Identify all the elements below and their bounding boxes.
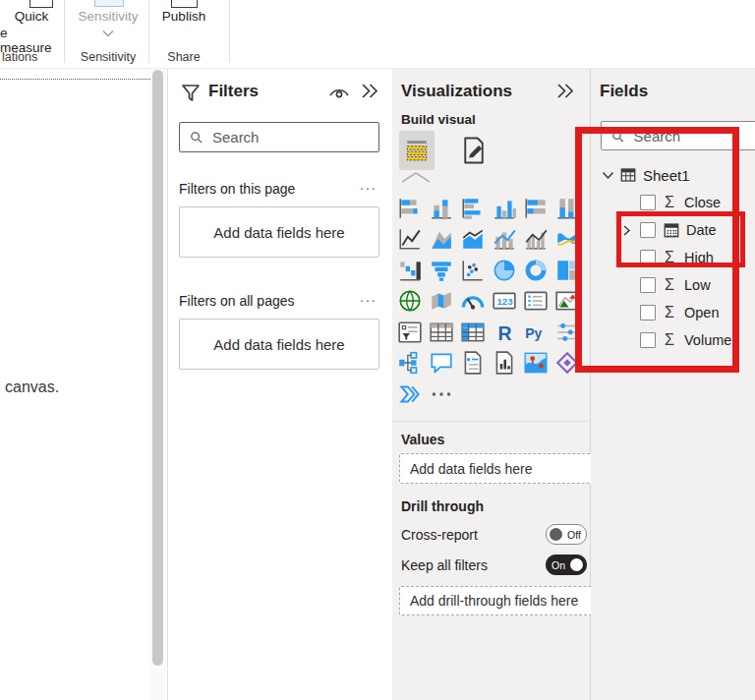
search-icon bbox=[190, 130, 203, 145]
report-canvas[interactable]: canvas. bbox=[0, 69, 150, 700]
toggle-state-label: Off bbox=[567, 529, 581, 541]
svg-text:Py: Py bbox=[525, 325, 542, 341]
publish-label: Publish bbox=[162, 9, 205, 24]
keep-all-filters-toggle[interactable]: On bbox=[546, 554, 587, 575]
ribbon-separator bbox=[64, 0, 65, 63]
filters-on-all-more-button[interactable]: ... bbox=[360, 289, 378, 305]
field-checkbox[interactable] bbox=[640, 305, 656, 321]
visual-filled-map-icon[interactable] bbox=[428, 288, 454, 315]
visual-qa-visual-icon[interactable] bbox=[428, 350, 454, 377]
fields-search-input[interactable] bbox=[632, 127, 755, 146]
table-row-sheet1[interactable]: Sheet1 bbox=[591, 161, 755, 189]
visual-line-clustered-column-chart-icon[interactable] bbox=[522, 226, 549, 253]
publish-icon bbox=[171, 0, 198, 8]
visual-key-influencers-icon[interactable] bbox=[553, 319, 580, 345]
ribbon-separator bbox=[229, 0, 230, 63]
visual-decomposition-tree-icon[interactable] bbox=[396, 350, 423, 377]
visual-waterfall-chart-icon[interactable] bbox=[396, 257, 423, 283]
visual-line-chart-icon[interactable] bbox=[396, 226, 423, 253]
visual-treemap-icon[interactable] bbox=[553, 257, 580, 283]
canvas-scrollbar-thumb[interactable] bbox=[152, 70, 163, 666]
format-visual-tab[interactable] bbox=[456, 131, 492, 170]
visual-slicer-icon[interactable] bbox=[396, 319, 423, 345]
filters-all-dropzone[interactable]: Add data fields here bbox=[179, 319, 379, 370]
visual-scatter-chart-icon[interactable] bbox=[459, 257, 486, 283]
visual-paginated-report-icon[interactable] bbox=[491, 350, 517, 377]
sigma-icon: Σ bbox=[661, 249, 678, 266]
visual-line-stacked-column-chart-icon[interactable] bbox=[491, 226, 517, 253]
visual-funnel-chart-icon[interactable] bbox=[428, 257, 454, 283]
eye-icon[interactable] bbox=[328, 86, 350, 100]
expand-chevron-icon[interactable] bbox=[622, 224, 632, 237]
cross-report-toggle[interactable]: Off bbox=[546, 524, 587, 545]
field-row-high[interactable]: ΣHigh bbox=[591, 244, 755, 271]
quick-measure-label-1: Quick bbox=[10, 9, 53, 24]
visual-gallery: 123RPy bbox=[396, 193, 590, 410]
svg-text:123: 123 bbox=[496, 297, 513, 308]
field-checkbox[interactable] bbox=[640, 222, 656, 238]
visual-pct-stacked-bar-chart-icon[interactable] bbox=[522, 195, 549, 221]
build-visual-tab[interactable] bbox=[399, 131, 435, 170]
filters-search-box[interactable] bbox=[179, 122, 379, 152]
quick-measure-button[interactable]: Quick e measure bbox=[2, 8, 59, 47]
filters-search-input[interactable] bbox=[210, 128, 369, 146]
visual-clustered-column-chart-icon[interactable] bbox=[491, 195, 517, 221]
ribbon-group-calculations: lations bbox=[2, 50, 37, 64]
visual-clustered-bar-chart-icon[interactable] bbox=[459, 195, 486, 221]
field-row-volume[interactable]: ΣVolume bbox=[591, 326, 755, 354]
field-row-low[interactable]: ΣLow bbox=[591, 271, 755, 299]
field-checkbox[interactable] bbox=[640, 250, 656, 265]
publish-button[interactable]: Publish bbox=[155, 9, 212, 24]
visual-card-icon[interactable]: 123 bbox=[491, 288, 517, 315]
field-label: Volume bbox=[684, 332, 731, 348]
table-name-label: Sheet1 bbox=[643, 167, 690, 184]
filters-page-dropzone[interactable]: Add data fields here bbox=[179, 206, 379, 258]
build-visual-heading: Build visual bbox=[401, 112, 476, 127]
more-visuals-icon[interactable] bbox=[428, 380, 454, 407]
visual-kpi-icon[interactable] bbox=[553, 288, 580, 315]
visual-smart-narrative-icon[interactable] bbox=[459, 350, 486, 377]
visual-stacked-bar-chart-icon[interactable] bbox=[396, 195, 423, 221]
visual-table-icon[interactable] bbox=[428, 319, 454, 345]
visual-r-script-visual-icon[interactable]: R bbox=[491, 319, 517, 345]
visual-stacked-column-chart-icon[interactable] bbox=[428, 195, 454, 221]
chevron-down-icon[interactable] bbox=[602, 171, 614, 180]
values-heading: Values bbox=[401, 432, 444, 447]
field-label: Open bbox=[684, 305, 719, 321]
visual-power-apps-icon[interactable] bbox=[553, 350, 580, 377]
canvas-placeholder-text: canvas. bbox=[5, 379, 59, 396]
collapse-pane-icon[interactable] bbox=[556, 83, 574, 99]
visual-stacked-area-chart-icon[interactable] bbox=[459, 226, 486, 253]
visual-power-automate-icon[interactable] bbox=[396, 380, 423, 407]
field-checkbox[interactable] bbox=[640, 195, 656, 210]
visual-map-icon[interactable] bbox=[396, 288, 423, 315]
visual-matrix-icon[interactable] bbox=[459, 319, 486, 345]
ribbon: Quick e measure Sensitivity Publish lati… bbox=[0, 0, 755, 68]
collapse-pane-icon[interactable] bbox=[361, 83, 378, 99]
visual-donut-chart-icon[interactable] bbox=[522, 257, 549, 283]
filters-pane: Filters Filters on this page ... Add dat… bbox=[167, 69, 393, 700]
drill-through-dropzone[interactable]: Add drill-through fields here bbox=[399, 586, 594, 615]
visual-arcgis-map-icon[interactable] bbox=[522, 350, 549, 377]
field-checkbox[interactable] bbox=[640, 277, 656, 293]
visual-pie-chart-icon[interactable] bbox=[491, 257, 517, 283]
drill-through-heading: Drill through bbox=[401, 498, 484, 514]
filter-funnel-icon bbox=[181, 84, 201, 102]
visual-python-visual-icon[interactable]: Py bbox=[522, 319, 549, 345]
visual-pct-stacked-column-chart-icon[interactable] bbox=[553, 195, 580, 221]
sensitivity-button[interactable]: Sensitivity bbox=[77, 9, 140, 24]
field-row-close[interactable]: ΣClose bbox=[591, 189, 755, 216]
field-checkbox[interactable] bbox=[640, 332, 656, 348]
visual-gauge-icon[interactable] bbox=[459, 288, 486, 315]
filters-on-page-more-button[interactable]: ... bbox=[360, 177, 378, 193]
field-label: Date bbox=[686, 222, 717, 238]
visual-multi-row-card-icon[interactable] bbox=[522, 288, 549, 315]
field-row-date[interactable]: Date bbox=[591, 216, 755, 244]
canvas-page-border bbox=[0, 79, 150, 80]
values-dropzone[interactable]: Add data fields here bbox=[399, 453, 594, 484]
visual-ribbon-chart-icon[interactable] bbox=[553, 226, 580, 253]
visual-area-chart-icon[interactable] bbox=[428, 226, 454, 253]
fields-search-box[interactable] bbox=[601, 121, 755, 150]
field-row-open[interactable]: ΣOpen bbox=[591, 299, 755, 326]
sigma-icon: Σ bbox=[661, 194, 678, 211]
